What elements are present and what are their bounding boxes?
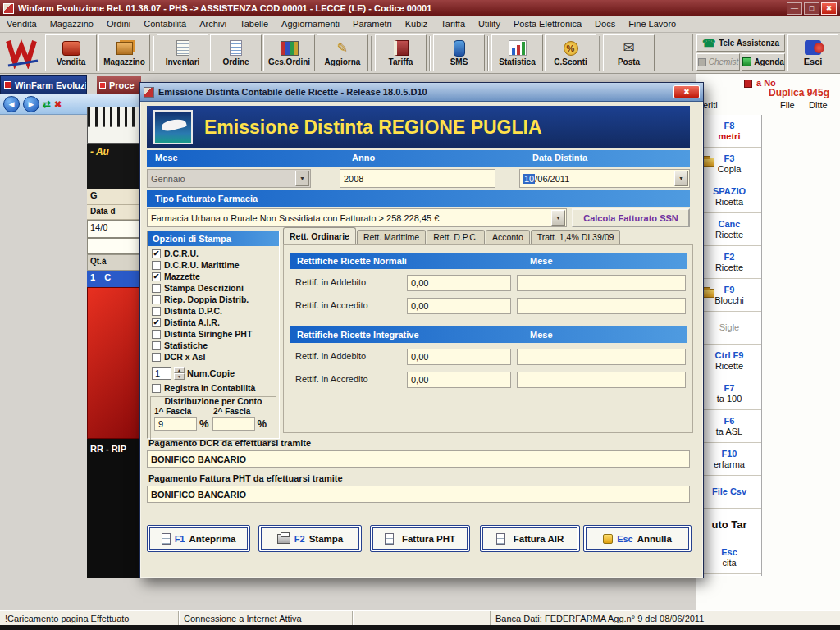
esc-uscita-button[interactable]: Esc cita xyxy=(697,541,761,574)
pagamento-dcr-input[interactable]: BONIFICO BANCARIO xyxy=(147,450,690,468)
agenda-button[interactable]: Agenda xyxy=(742,53,785,71)
annulla-button[interactable]: Esc Annulla xyxy=(583,525,692,552)
checkbox-distinta-siringhe-pht[interactable]: Distinta Siringhe PHT xyxy=(148,328,279,340)
back-button[interactable]: ◀ xyxy=(3,96,20,112)
menu-fine-lavoro[interactable]: Fine Lavoro xyxy=(622,16,682,32)
f6-distinta-asl-button[interactable]: F6 ta ASL xyxy=(697,410,761,443)
toolbar-sms-button[interactable]: SMS xyxy=(433,34,485,71)
dialog-close-button[interactable]: ✖ xyxy=(673,85,700,98)
checkbox-mazzette[interactable]: ✔ Mazzette xyxy=(148,271,279,282)
background-window-titlebar[interactable]: Proce xyxy=(97,76,141,94)
menu-magazzino[interactable]: Magazzino xyxy=(43,16,100,32)
menu-contabilita[interactable]: Contabilità xyxy=(137,16,193,32)
tab-rett-dpc[interactable]: Rett. D.P.C. xyxy=(427,230,485,244)
tab-rett-ordinarie[interactable]: Rett. Ordinarie xyxy=(283,227,356,244)
toolbar-ordine-button[interactable]: Ordine xyxy=(210,34,262,71)
selected-grid-row[interactable]: 1 C xyxy=(87,271,141,287)
toolbar-vendita-button[interactable]: Vendita xyxy=(45,34,97,71)
spin-up-icon[interactable]: ▲ xyxy=(174,367,185,373)
normali-accredito-input[interactable]: 0,00 xyxy=(407,298,511,314)
dialog-titlebar[interactable]: Emissione Distinta Contabile delle Ricet… xyxy=(140,83,703,102)
menu-ordini[interactable]: Ordini xyxy=(100,16,137,32)
menu-parametri[interactable]: Parametri xyxy=(346,16,399,32)
menu-kubiz[interactable]: Kubiz xyxy=(399,16,435,32)
menu-posta-elettronica[interactable]: Posta Elettronica xyxy=(507,16,588,32)
data-distinta-input[interactable]: 10 /06/2011 ▼ xyxy=(519,169,690,188)
toolbar-aggiorna-button[interactable]: ✎ Aggiorna xyxy=(317,34,368,71)
menu-tabelle[interactable]: Tabelle xyxy=(233,16,275,32)
toolbar-inventari-button[interactable]: Inventari xyxy=(157,34,208,71)
maximize-button[interactable]: □ xyxy=(804,2,819,15)
spin-down-icon[interactable]: ▼ xyxy=(174,373,185,380)
mese-select[interactable]: Gennaio ▼ xyxy=(147,169,311,188)
num-copie-input[interactable]: 1 xyxy=(152,367,171,380)
esci-button[interactable]: Esci xyxy=(788,34,838,71)
normali-accredito-mese-input[interactable] xyxy=(517,298,686,314)
canc-ricette-button[interactable]: Canc Ricette xyxy=(697,213,761,246)
integrative-addebito-mese-input[interactable] xyxy=(517,349,686,365)
menu-docs[interactable]: Docs xyxy=(588,16,622,32)
checkbox-dcru[interactable]: ✔ D.C.R.U. xyxy=(148,248,279,259)
menu-aggiornamenti[interactable]: Aggiornamenti xyxy=(275,16,346,32)
tele-assistenza-button[interactable]: ☎ Tele Assistenza xyxy=(696,34,785,52)
f10-interfarma-button[interactable]: F10 erfarma xyxy=(697,443,761,476)
checkbox-dcru-marittime[interactable]: D.C.R.U. Marittime xyxy=(148,259,279,271)
pagamento-pht-input[interactable]: BONIFICO BANCARIO xyxy=(147,486,690,503)
menu-tariffa[interactable]: Tariffa xyxy=(434,16,472,32)
winfarm-tab[interactable]: WinFarm Evoluzion xyxy=(0,75,87,94)
tipo-fatturato-select[interactable]: Farmacia Urbana o Rurale Non Sussidiata … xyxy=(147,208,567,227)
checkbox-riep-doppia-distrib[interactable]: Riep. Doppia Distrib. xyxy=(148,294,279,305)
toolbar-statistica-button[interactable]: Statistica xyxy=(491,34,543,71)
anteprima-button[interactable]: F1 Anteprima xyxy=(147,525,250,552)
toolbar-csconti-button[interactable]: % C.Sconti xyxy=(545,34,596,71)
chevron-down-icon[interactable]: ▼ xyxy=(295,171,309,186)
f8-parametri-button[interactable]: F8 metri xyxy=(697,115,761,148)
menu-utility[interactable]: Utility xyxy=(472,16,507,32)
forward-button[interactable]: ▶ xyxy=(23,96,39,112)
checkbox-statistiche[interactable]: Statistiche xyxy=(148,340,279,351)
f7-distinta-100-button[interactable]: F7 ta 100 xyxy=(697,377,761,410)
chevron-down-icon[interactable]: ▼ xyxy=(674,171,688,186)
close-button[interactable]: ✖ xyxy=(821,2,837,15)
integrative-accredito-mese-input[interactable] xyxy=(517,372,686,388)
checkbox-registra-contabilita[interactable]: Registra in Contabilità xyxy=(148,382,279,394)
fattura-air-button[interactable]: Fattura AIR xyxy=(480,525,580,552)
tab-rett-marittime[interactable]: Rett. Marittime xyxy=(357,230,426,244)
f3-copia-button[interactable]: F3 Copia xyxy=(697,148,761,180)
integrative-accredito-input[interactable]: 0,00 xyxy=(407,372,511,388)
f9-blocchi-button[interactable]: F9 Blocchi xyxy=(697,279,761,312)
chemist-button[interactable]: Chemist xyxy=(696,53,740,71)
normali-addebito-input[interactable]: 0,00 xyxy=(407,275,511,291)
normali-addebito-mese-input[interactable] xyxy=(517,275,686,291)
stop-button[interactable]: ✖ xyxy=(54,99,62,110)
spazio-ricetta-button[interactable]: SPAZIO Ricetta xyxy=(697,180,761,213)
background-empty-field[interactable] xyxy=(87,238,141,254)
background-date-field[interactable]: 14/0 xyxy=(87,220,141,238)
tab-acconto[interactable]: Acconto xyxy=(486,230,530,244)
f2-ricette-button[interactable]: F2 Ricette xyxy=(697,246,761,279)
minimize-button[interactable]: — xyxy=(787,2,802,15)
checkbox-distinta-air[interactable]: ✔ Distinta A.I.R. xyxy=(148,317,279,328)
toolbar-ges-ordini-button[interactable]: Ges.Ordini xyxy=(263,34,315,71)
sigle-button[interactable]: Sigle xyxy=(697,312,761,345)
checkbox-dcr-x-asl[interactable]: DCR x Asl xyxy=(148,351,279,363)
calcola-fatturato-button[interactable]: Calcola Fatturato SSN xyxy=(572,208,690,227)
anno-input[interactable]: 2008 xyxy=(340,169,495,188)
toolbar-magazzino-button[interactable]: Magazzino xyxy=(98,34,150,71)
stampa-button[interactable]: F2 Stampa xyxy=(258,525,362,552)
toolbar-posta-button[interactable]: ✉ Posta xyxy=(603,34,655,71)
fattura-pht-button[interactable]: Fattura PHT xyxy=(370,525,470,552)
fascia1-input[interactable]: 9 xyxy=(154,417,197,431)
toolbar-tariffa-button[interactable]: Tariffa xyxy=(375,34,427,71)
integrative-addebito-input[interactable]: 0,00 xyxy=(407,349,511,365)
checkbox-stampa-descrizioni[interactable]: Stampa Descrizioni xyxy=(148,282,279,294)
quantity-stepper[interactable]: ▲ ▼ xyxy=(174,367,185,380)
chevron-down-icon[interactable]: ▼ xyxy=(551,210,565,226)
checkbox-distinta-dpc[interactable]: Distinta D.P.C. xyxy=(148,305,279,317)
file-csv-button[interactable]: File Csv xyxy=(697,476,761,509)
tab-tratt-14[interactable]: Tratt. 1,4% DI 39/09 xyxy=(531,230,621,244)
menu-vendita[interactable]: Vendita xyxy=(0,16,43,32)
refresh-button[interactable]: ⇄ xyxy=(43,98,51,110)
menu-archivi[interactable]: Archivi xyxy=(193,16,233,32)
auto-tar-button[interactable]: uto Tar xyxy=(697,509,761,541)
